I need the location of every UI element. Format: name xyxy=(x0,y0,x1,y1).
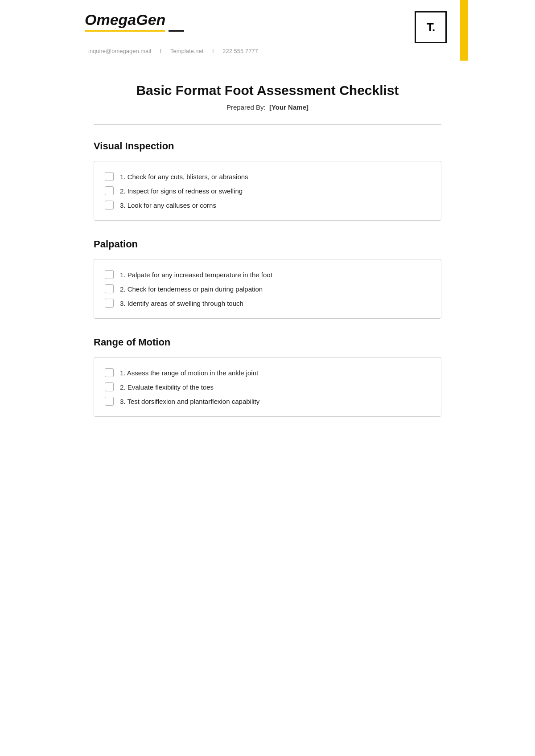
prepared-by-label: Prepared By: xyxy=(226,103,266,111)
section-palpation: Palpation1. Palpate for any increased te… xyxy=(94,238,441,319)
section-range-of-motion: Range of Motion1. Assess the range of mo… xyxy=(94,337,441,417)
checklist-item-label: 3. Look for any calluses or corns xyxy=(120,201,216,209)
phone: 222 555 7777 xyxy=(222,48,258,54)
checklist-item-label: 1. Check for any cuts, blisters, or abra… xyxy=(120,173,248,181)
website: Template.net xyxy=(170,48,203,54)
email: inquire@omegagen.mail xyxy=(88,48,151,54)
checkbox[interactable] xyxy=(105,201,114,210)
checklist-item: 3. Look for any calluses or corns xyxy=(105,198,430,212)
checklist-item: 3. Identify areas of swelling through to… xyxy=(105,296,430,310)
checkbox[interactable] xyxy=(105,186,114,195)
checkbox[interactable] xyxy=(105,368,114,377)
checklist-box-palpation: 1. Palpate for any increased temperature… xyxy=(94,259,441,319)
prepared-by-value: [Your Name] xyxy=(269,103,309,111)
checkbox[interactable] xyxy=(105,284,114,293)
section-title-visual-inspection: Visual Inspection xyxy=(94,140,441,152)
separator1: I xyxy=(160,48,162,54)
document-title: Basic Format Foot Assessment Checklist xyxy=(94,83,441,98)
checkbox[interactable] xyxy=(105,382,114,391)
checklist-item-label: 3. Identify areas of swelling through to… xyxy=(120,300,243,307)
checklist-item: 2. Inspect for signs of redness or swell… xyxy=(105,184,430,198)
section-visual-inspection: Visual Inspection1. Check for any cuts, … xyxy=(94,140,441,221)
section-title-range-of-motion: Range of Motion xyxy=(94,337,441,348)
header: OmegaGen T. inquire@omegagen.mail I Temp… xyxy=(67,0,468,61)
checklist-item-label: 3. Test dorsiflexion and plantarflexion … xyxy=(120,398,259,405)
checklist-item: 1. Palpate for any increased temperature… xyxy=(105,267,430,282)
section-title-palpation: Palpation xyxy=(94,238,441,250)
checkbox[interactable] xyxy=(105,172,114,181)
checklist-item: 1. Check for any cuts, blisters, or abra… xyxy=(105,169,430,184)
dark-underline xyxy=(169,30,184,32)
separator2: I xyxy=(212,48,214,54)
checklist-item: 2. Evaluate flexibility of the toes xyxy=(105,380,430,394)
checklist-box-visual-inspection: 1. Check for any cuts, blisters, or abra… xyxy=(94,161,441,221)
company-name-block: OmegaGen xyxy=(85,11,184,35)
checkbox[interactable] xyxy=(105,270,114,279)
checklist-item: 3. Test dorsiflexion and plantarflexion … xyxy=(105,394,430,408)
yellow-accent-bar xyxy=(460,0,468,61)
checklist-item-label: 2. Inspect for signs of redness or swell… xyxy=(120,187,243,195)
template-logo: T. xyxy=(415,11,447,43)
checkbox[interactable] xyxy=(105,299,114,308)
company-name: OmegaGen xyxy=(85,11,184,29)
gold-underline xyxy=(85,30,165,32)
title-divider xyxy=(94,124,441,125)
main-content: Basic Format Foot Assessment Checklist P… xyxy=(67,61,468,457)
checklist-item: 1. Assess the range of motion in the ank… xyxy=(105,366,430,380)
sections-container: Visual Inspection1. Check for any cuts, … xyxy=(94,140,441,417)
checklist-item-label: 2. Evaluate flexibility of the toes xyxy=(120,383,214,391)
checklist-item-label: 1. Palpate for any increased temperature… xyxy=(120,271,272,279)
contact-info: inquire@omegagen.mail I Template.net I 2… xyxy=(85,43,447,61)
checklist-box-range-of-motion: 1. Assess the range of motion in the ank… xyxy=(94,357,441,417)
checklist-item-label: 2. Check for tenderness or pain during p… xyxy=(120,285,263,293)
checkbox[interactable] xyxy=(105,397,114,406)
checklist-item-label: 1. Assess the range of motion in the ank… xyxy=(120,369,258,377)
prepared-by-line: Prepared By: [Your Name] xyxy=(94,103,441,111)
checklist-item: 2. Check for tenderness or pain during p… xyxy=(105,282,430,296)
